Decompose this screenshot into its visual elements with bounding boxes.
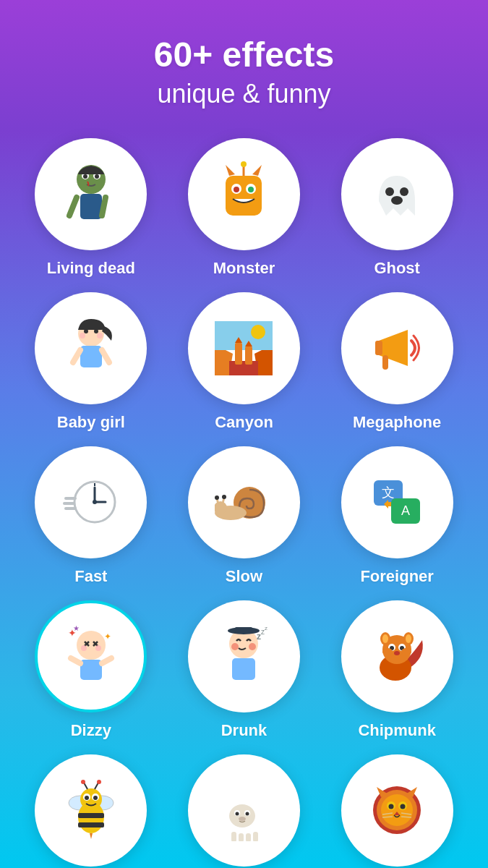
effect-label-foreigner: Foreigner <box>360 567 433 586</box>
effect-circle-ghost <box>341 138 453 250</box>
svg-line-70 <box>71 658 80 663</box>
effect-item-drunk[interactable]: z z z Drunk <box>175 600 314 740</box>
svg-text:A: A <box>401 503 410 518</box>
svg-line-7 <box>102 197 106 216</box>
effect-item-slow[interactable]: Slow <box>175 446 314 586</box>
svg-point-92 <box>382 648 393 655</box>
svg-rect-123 <box>246 833 251 841</box>
svg-point-65 <box>95 645 101 651</box>
effect-item-lion[interactable]: Lion <box>328 754 466 868</box>
svg-point-21 <box>84 329 88 333</box>
svg-point-22 <box>94 329 98 333</box>
svg-rect-32 <box>229 361 258 375</box>
effect-item-monster[interactable]: Monster <box>175 138 314 278</box>
effect-item-baby-girl[interactable]: Baby girl <box>22 292 160 432</box>
effect-circle-fast <box>35 446 147 558</box>
svg-line-26 <box>73 350 80 362</box>
svg-rect-39 <box>382 355 388 370</box>
svg-point-53 <box>215 495 219 500</box>
effect-label-megaphone: Megaphone <box>353 413 441 432</box>
svg-rect-97 <box>78 813 104 818</box>
svg-rect-77 <box>232 658 255 680</box>
svg-rect-76 <box>235 627 252 633</box>
svg-point-93 <box>401 648 411 655</box>
page-container: 60+ effects unique & funny Living dead <box>0 0 488 868</box>
effect-label-canyon: Canyon <box>215 413 273 432</box>
effect-item-fast[interactable]: Fast <box>22 446 160 586</box>
effect-circle-bee <box>35 754 147 867</box>
svg-point-19 <box>391 196 403 205</box>
svg-point-102 <box>85 796 89 800</box>
effects-grid: Living dead Monster Ghost <box>22 138 466 868</box>
svg-point-11 <box>234 187 239 192</box>
svg-point-29 <box>251 325 265 339</box>
effect-circle-sheep <box>188 754 300 867</box>
svg-rect-5 <box>80 194 102 219</box>
svg-point-64 <box>81 645 87 651</box>
effect-circle-monster <box>188 138 300 250</box>
svg-point-132 <box>389 804 394 809</box>
svg-point-16 <box>241 161 247 167</box>
effect-label-fast: Fast <box>74 567 107 586</box>
svg-point-12 <box>248 187 254 192</box>
effect-item-dizzy[interactable]: ✦ ✦ ★ Dizzy <box>22 600 160 740</box>
effect-item-living-dead[interactable]: Living dead <box>22 138 160 278</box>
effect-item-megaphone[interactable]: Megaphone <box>328 292 466 432</box>
svg-point-91 <box>394 651 400 655</box>
svg-marker-14 <box>252 165 262 176</box>
svg-text:z: z <box>265 625 267 631</box>
effect-circle-dizzy: ✦ ✦ ★ <box>35 600 147 712</box>
svg-point-24 <box>97 333 103 339</box>
effect-circle-baby-girl <box>35 292 147 404</box>
svg-point-127 <box>381 794 413 826</box>
effect-label-ghost: Ghost <box>374 259 420 278</box>
svg-point-133 <box>401 804 406 809</box>
effect-item-foreigner[interactable]: 文 A Foreigner <box>328 446 466 586</box>
svg-rect-8 <box>226 176 262 216</box>
svg-text:✦: ✦ <box>104 631 111 642</box>
svg-rect-121 <box>231 832 236 841</box>
svg-line-136 <box>382 817 393 817</box>
svg-rect-98 <box>78 822 104 827</box>
effect-item-bee[interactable]: Bee <box>22 754 160 868</box>
svg-point-105 <box>81 780 85 784</box>
effect-circle-slow <box>188 446 300 558</box>
svg-point-46 <box>93 500 97 504</box>
svg-line-6 <box>69 197 77 216</box>
svg-point-86 <box>406 634 411 643</box>
header-title: 60+ effects <box>154 36 335 75</box>
svg-rect-122 <box>239 833 244 841</box>
svg-rect-25 <box>80 346 102 367</box>
effect-circle-lion <box>341 754 453 867</box>
svg-marker-13 <box>226 165 235 176</box>
effect-circle-chipmunk <box>341 600 453 712</box>
svg-rect-38 <box>375 341 382 355</box>
effect-label-monster: Monster <box>213 259 275 278</box>
effect-circle-megaphone <box>341 292 453 404</box>
effect-item-ghost[interactable]: Ghost <box>328 138 466 278</box>
effect-label-baby-girl: Baby girl <box>57 413 125 432</box>
svg-line-71 <box>102 658 111 663</box>
svg-text:★: ★ <box>73 624 80 632</box>
header: 60+ effects unique & funny <box>154 36 335 109</box>
effect-circle-drunk: z z z <box>188 600 300 712</box>
effect-item-chipmunk[interactable]: Chipmunk <box>328 600 466 740</box>
effect-label-dizzy: Dizzy <box>71 721 111 740</box>
effect-circle-living-dead <box>35 138 147 250</box>
svg-point-99 <box>80 788 102 810</box>
svg-text:文: 文 <box>382 485 395 500</box>
svg-point-119 <box>245 812 249 815</box>
effect-item-canyon[interactable]: Canyon <box>175 292 314 432</box>
effect-label-chipmunk: Chipmunk <box>358 721 436 740</box>
svg-point-120 <box>239 817 246 821</box>
svg-point-115 <box>229 804 255 827</box>
effect-item-sheep[interactable]: Sheep <box>175 754 314 868</box>
svg-line-27 <box>102 350 109 362</box>
svg-point-73 <box>231 643 239 650</box>
svg-rect-33 <box>235 343 242 365</box>
svg-point-23 <box>80 333 85 339</box>
effect-label-living-dead: Living dead <box>47 259 135 278</box>
svg-point-18 <box>400 187 408 196</box>
svg-point-3 <box>83 174 87 179</box>
svg-rect-124 <box>253 832 258 841</box>
